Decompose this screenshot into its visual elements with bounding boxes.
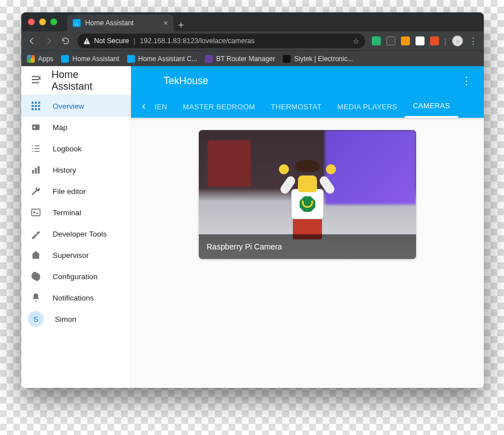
security-label: Not Secure bbox=[94, 37, 129, 45]
view-tab[interactable]: MEDIA PLAYERS bbox=[329, 95, 405, 118]
sidebar-item-supervisor[interactable]: Supervisor bbox=[21, 244, 130, 266]
svg-rect-15 bbox=[38, 166, 39, 173]
sidebar-item-label: Logbook bbox=[53, 145, 82, 153]
extension-icon[interactable] bbox=[386, 36, 395, 45]
sidebar-item-label: Supervisor bbox=[53, 251, 89, 260]
bookmark-label: BT Router Manager bbox=[216, 55, 275, 63]
camera-name: Raspberry Pi Camera bbox=[207, 242, 282, 251]
address-bar: Not Secure | 192.168.1.83:8123/lovelace/… bbox=[21, 31, 484, 50]
bookmark-item[interactable]: Siytek | Electronic... bbox=[283, 55, 353, 63]
view-tab[interactable]: THERMOSTAT bbox=[263, 95, 330, 118]
home-assistant-icon bbox=[30, 249, 41, 261]
svg-rect-2 bbox=[32, 102, 34, 104]
view-tab[interactable]: MASTER BEDROOM bbox=[175, 95, 263, 118]
view-tab[interactable]: CAMERAS bbox=[405, 95, 458, 118]
main-panel: TekHouse ⋮ IEN MASTER BEDROOM THERMOSTAT… bbox=[131, 66, 484, 388]
omnibox-separator: | bbox=[134, 37, 136, 45]
svg-rect-6 bbox=[35, 105, 36, 107]
forward-button[interactable] bbox=[44, 36, 54, 45]
extension-icon[interactable] bbox=[416, 36, 424, 45]
svg-rect-8 bbox=[32, 108, 34, 110]
favicon-icon: ⌂ bbox=[73, 19, 81, 27]
view-tab[interactable]: IEN bbox=[152, 95, 175, 118]
back-button[interactable] bbox=[27, 36, 37, 45]
user-avatar-icon: S bbox=[28, 311, 44, 327]
minimize-window-button[interactable] bbox=[39, 18, 46, 25]
svg-rect-4 bbox=[38, 102, 40, 104]
camera-subject-placeholder bbox=[291, 160, 324, 239]
window-controls bbox=[28, 18, 57, 25]
sidebar-item-history[interactable]: History bbox=[21, 159, 130, 181]
fullscreen-window-button[interactable] bbox=[50, 18, 57, 25]
tab-label: THERMOSTAT bbox=[271, 103, 322, 111]
bookmark-star-icon[interactable]: ☆ bbox=[353, 37, 360, 45]
profile-avatar[interactable]: ☻ bbox=[452, 35, 463, 47]
sidebar-item-label: Developer Tools bbox=[53, 230, 107, 238]
sidebar-item-configuration[interactable]: Configuration bbox=[21, 266, 130, 287]
tab-label: IEN bbox=[155, 103, 167, 111]
svg-rect-11 bbox=[32, 124, 39, 130]
close-window-button[interactable] bbox=[28, 18, 35, 25]
svg-point-12 bbox=[34, 126, 35, 128]
chart-icon bbox=[30, 164, 41, 175]
extension-icons: | ☻ ⋮ bbox=[372, 35, 478, 47]
tabs-scroll-left-icon[interactable] bbox=[136, 103, 152, 110]
new-tab-button[interactable]: + bbox=[178, 20, 184, 31]
sidebar-item-logbook[interactable]: Logbook bbox=[21, 138, 130, 159]
bookmark-item[interactable]: Home Assistant bbox=[61, 55, 119, 63]
bookmark-favicon-icon bbox=[127, 55, 135, 63]
sidebar-header: Home Assistant bbox=[21, 66, 130, 95]
view-tabs: IEN MASTER BEDROOM THERMOSTAT MEDIA PLAY… bbox=[131, 95, 484, 118]
view-content: Raspberry Pi Camera bbox=[131, 118, 484, 388]
extension-icon[interactable] bbox=[401, 36, 410, 45]
sidebar-item-label: Configuration bbox=[53, 272, 97, 281]
camera-card[interactable]: Raspberry Pi Camera bbox=[199, 130, 416, 259]
svg-rect-10 bbox=[38, 108, 40, 110]
titlebar: ⌂ Home Assistant × + bbox=[21, 12, 484, 31]
bookmark-item[interactable]: Home Assistant C... bbox=[127, 55, 197, 63]
camera-image: Raspberry Pi Camera bbox=[199, 130, 416, 259]
grid-icon bbox=[30, 100, 41, 112]
sidebar-item-label: Overview bbox=[53, 102, 84, 110]
list-icon bbox=[30, 143, 41, 154]
apps-label: Apps bbox=[38, 55, 53, 63]
sidebar-item-label: File editor bbox=[53, 187, 86, 196]
dashboard-title: TekHouse bbox=[164, 75, 208, 87]
svg-rect-14 bbox=[35, 168, 36, 174]
sidebar-item-overview[interactable]: Overview bbox=[21, 95, 130, 117]
url-text: 192.168.1.83:8123/lovelace/cameras bbox=[140, 37, 255, 45]
sidebar-item-label: Notifications bbox=[53, 294, 94, 302]
extension-icon[interactable] bbox=[430, 36, 439, 45]
app-header: TekHouse ⋮ bbox=[131, 66, 484, 95]
sidebar-item-notifications[interactable]: Notifications bbox=[21, 287, 130, 308]
browser-tab[interactable]: ⌂ Home Assistant × bbox=[67, 15, 174, 31]
apps-icon bbox=[27, 55, 35, 63]
extension-separator: | bbox=[445, 37, 446, 45]
svg-rect-5 bbox=[32, 105, 34, 107]
reload-button[interactable] bbox=[60, 36, 71, 45]
extension-icon[interactable] bbox=[372, 36, 381, 45]
sidebar-item-user[interactable]: S Simon bbox=[21, 308, 130, 330]
terminal-icon bbox=[30, 207, 41, 218]
menu-toggle-icon[interactable] bbox=[30, 73, 43, 88]
bell-icon bbox=[30, 292, 41, 303]
bookmarks-bar: Apps Home Assistant Home Assistant C... … bbox=[21, 50, 484, 66]
browser-menu-icon[interactable]: ⋮ bbox=[469, 36, 478, 47]
browser-window: ⌂ Home Assistant × + Not Secure | 192.16… bbox=[21, 12, 484, 388]
svg-rect-9 bbox=[35, 108, 36, 110]
close-tab-icon[interactable]: × bbox=[164, 18, 168, 27]
header-menu-icon[interactable]: ⋮ bbox=[461, 75, 473, 87]
security-indicator: Not Secure bbox=[83, 37, 129, 45]
bookmark-label: Siytek | Electronic... bbox=[294, 55, 353, 63]
svg-rect-0 bbox=[86, 40, 87, 42]
omnibox[interactable]: Not Secure | 192.168.1.83:8123/lovelace/… bbox=[77, 34, 365, 48]
browser-tabs: ⌂ Home Assistant × + bbox=[67, 12, 184, 31]
sidebar-item-terminal[interactable]: Terminal bbox=[21, 202, 130, 223]
bookmark-item[interactable]: BT Router Manager bbox=[205, 55, 275, 63]
sidebar-item-map[interactable]: Map bbox=[21, 117, 130, 138]
bookmark-favicon-icon bbox=[61, 55, 69, 63]
sidebar-item-developer-tools[interactable]: Developer Tools bbox=[21, 223, 130, 244]
sidebar-item-file-editor[interactable]: File editor bbox=[21, 181, 130, 202]
apps-button[interactable]: Apps bbox=[27, 55, 53, 63]
sidebar-item-label: Map bbox=[53, 123, 67, 132]
